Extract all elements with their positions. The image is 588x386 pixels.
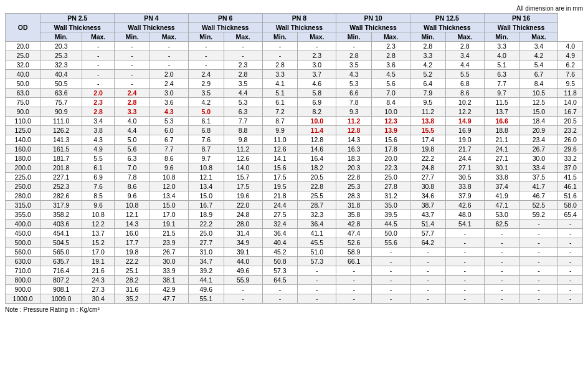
table-cell: 252.3 <box>40 182 82 191</box>
table-cell: - <box>298 294 336 304</box>
table-cell: 27.1 <box>484 154 519 163</box>
table-cell: 64.5 <box>262 276 298 285</box>
table-cell: 57.7 <box>410 229 445 238</box>
table-cell: 5.0 <box>188 107 224 117</box>
table-cell: 19.6 <box>224 191 262 201</box>
table-cell: 10.8 <box>150 173 189 182</box>
table-cell: 2.8 <box>336 51 372 60</box>
table-cell: 4.5 <box>372 70 410 79</box>
table-cell: - <box>410 257 445 266</box>
table-cell: 57.3 <box>262 266 298 276</box>
table-cell: 14.3 <box>115 220 150 229</box>
table-cell: 900.0 <box>6 285 40 294</box>
table-cell: 52.6 <box>336 238 372 248</box>
table-cell: 6.2 <box>558 60 583 70</box>
table-cell: 10.0 <box>298 117 336 126</box>
table-cell: 11.0 <box>262 135 298 145</box>
table-cell: 4.4 <box>445 60 484 70</box>
table-cell: 13.9 <box>372 126 410 135</box>
pn6-min-header: Min. <box>188 32 224 42</box>
table-cell: 51.4 <box>410 220 445 229</box>
table-cell: 1009.0 <box>40 294 82 304</box>
table-cell: 10.5 <box>519 89 558 98</box>
table-cell: 12.8 <box>336 126 372 135</box>
table-cell: 41.1 <box>298 229 336 238</box>
table-cell: 7.6 <box>188 135 224 145</box>
table-cell: - <box>484 266 519 276</box>
table-cell: 10.2 <box>445 98 484 107</box>
table-cell: 49.6 <box>188 285 224 294</box>
table-cell: 11.5 <box>484 98 519 107</box>
table-cell: - <box>262 285 298 294</box>
table-cell: 30.4 <box>82 294 115 304</box>
table-cell: 53.0 <box>484 210 519 220</box>
table-cell: 47.4 <box>336 229 372 238</box>
table-cell: 2.8 <box>224 70 262 79</box>
table-cell: 11.8 <box>558 89 583 98</box>
table-cell: 32.4 <box>262 220 298 229</box>
table-cell: 6.4 <box>410 79 445 89</box>
table-cell: 31.8 <box>336 201 372 210</box>
table-cell: 11.2 <box>410 107 445 117</box>
table-cell: 2.3 <box>298 51 336 60</box>
table-cell: 65.4 <box>558 210 583 220</box>
table-cell: 22.2 <box>410 154 445 163</box>
table-cell: 18.2 <box>298 163 336 173</box>
table-cell: 54.1 <box>445 220 484 229</box>
table-cell: - <box>558 285 583 294</box>
table-cell: - <box>519 294 558 304</box>
table-cell: 40.0 <box>6 70 40 79</box>
table-cell: - <box>410 294 445 304</box>
table-cell: 4.2 <box>410 60 445 70</box>
table-cell: 315.0 <box>6 201 40 210</box>
table-cell: 6.7 <box>519 70 558 79</box>
table-cell: 34.6 <box>410 191 445 201</box>
table-cell: - <box>519 285 558 294</box>
pn6-max-header: Max. <box>224 32 262 42</box>
table-cell: 19.8 <box>115 248 150 257</box>
table-cell: 5.0 <box>115 135 150 145</box>
top-note: All dimension are in mm <box>5 5 583 12</box>
table-cell: 9.6 <box>82 201 115 210</box>
table-cell: 4.0 <box>484 51 519 60</box>
table-cell: 25.1 <box>115 266 150 276</box>
table-cell: 12.1 <box>115 210 150 220</box>
table-cell: 21.1 <box>484 135 519 145</box>
table-cell: 63.0 <box>6 89 40 98</box>
table-cell: 12.3 <box>372 117 410 126</box>
table-cell: 5.8 <box>298 89 336 98</box>
table-cell: - <box>519 229 558 238</box>
table-cell: 20.0 <box>6 42 40 51</box>
table-cell: 7.7 <box>150 145 189 154</box>
table-cell: 24.4 <box>445 154 484 163</box>
table-cell: 8.4 <box>519 79 558 89</box>
table-cell: 41.5 <box>558 173 583 182</box>
table-cell: 20.3 <box>40 42 82 51</box>
table-cell: 181.7 <box>40 154 82 163</box>
table-cell: 5.1 <box>484 60 519 70</box>
table-cell: 126.2 <box>40 126 82 135</box>
pn125-wallthickness: Wall Thickness <box>410 23 484 32</box>
table-cell: 25.3 <box>40 51 82 60</box>
table-cell: 33.8 <box>484 173 519 182</box>
table-cell: 3.6 <box>372 60 410 70</box>
table-cell: 11.2 <box>336 117 372 126</box>
table-cell: 24.4 <box>262 201 298 210</box>
table-cell: 34.9 <box>224 238 262 248</box>
table-cell: 4.6 <box>298 79 336 89</box>
table-cell: 37.0 <box>558 163 583 173</box>
table-cell: 28.0 <box>224 220 262 229</box>
table-cell: 22.8 <box>298 182 336 191</box>
table-cell: 454.1 <box>40 229 82 238</box>
table-cell: - <box>445 229 484 238</box>
table-cell: 51.0 <box>298 248 336 257</box>
table-cell: 75.7 <box>40 98 82 107</box>
pn10-header: PN 10 <box>336 14 410 23</box>
table-cell: 19.1 <box>82 257 115 266</box>
table-cell: 5.6 <box>372 79 410 89</box>
table-cell: 90.9 <box>40 107 82 117</box>
table-cell: 50.0 <box>372 229 410 238</box>
table-cell: 90.0 <box>6 107 40 117</box>
table-cell: 46.1 <box>558 182 583 191</box>
table-cell: 27.5 <box>262 210 298 220</box>
